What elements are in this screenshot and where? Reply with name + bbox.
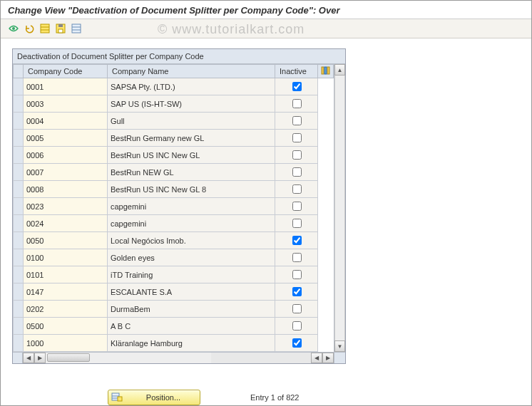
company-code-cell[interactable]: 0024 bbox=[24, 215, 108, 232]
inactive-checkbox[interactable] bbox=[292, 99, 302, 108]
company-code-cell[interactable]: 0100 bbox=[24, 249, 108, 266]
company-code-cell[interactable]: 0500 bbox=[24, 318, 108, 335]
position-button[interactable]: Position... bbox=[108, 390, 200, 405]
inactive-cell bbox=[275, 113, 318, 130]
table-row: 0008BestRun US INC New GL 8 bbox=[14, 181, 334, 198]
inactive-checkbox[interactable] bbox=[292, 167, 302, 177]
table-row: 0050Local Negócios Imob. bbox=[14, 232, 334, 249]
hscroll-corner bbox=[334, 353, 345, 363]
position-icon bbox=[111, 392, 123, 403]
inactive-checkbox[interactable] bbox=[292, 321, 302, 330]
inactive-cell bbox=[275, 283, 318, 301]
table-row: 0006BestRun US INC New GL bbox=[14, 147, 334, 164]
company-name-cell: iTD Training bbox=[108, 266, 275, 283]
column-inactive[interactable]: Inactive bbox=[275, 65, 318, 78]
company-code-cell[interactable]: 0006 bbox=[24, 147, 108, 164]
company-code-cell[interactable]: 0202 bbox=[24, 301, 108, 318]
company-code-cell[interactable]: 0008 bbox=[24, 181, 108, 198]
inactive-checkbox[interactable] bbox=[292, 116, 302, 125]
row-selector-header[interactable] bbox=[14, 65, 24, 78]
table-row: 0101iTD Training bbox=[14, 266, 334, 283]
company-code-cell[interactable]: 0001 bbox=[24, 78, 108, 95]
scroll-left2-icon[interactable]: ◀ bbox=[311, 353, 322, 363]
inactive-checkbox[interactable] bbox=[292, 82, 302, 91]
hscroll-track-1[interactable] bbox=[46, 353, 211, 363]
deselect-all-icon[interactable] bbox=[69, 22, 83, 35]
configure-columns-icon[interactable] bbox=[318, 65, 334, 78]
inactive-cell bbox=[275, 266, 318, 283]
row-selector[interactable] bbox=[14, 147, 24, 164]
company-code-cell[interactable]: 0050 bbox=[24, 232, 108, 249]
scroll-track[interactable] bbox=[334, 76, 345, 340]
inactive-checkbox[interactable] bbox=[292, 338, 302, 348]
company-name-cell: Local Negócios Imob. bbox=[108, 232, 275, 249]
row-selector[interactable] bbox=[14, 215, 24, 232]
hscroll-gap bbox=[211, 353, 311, 363]
vertical-scrollbar[interactable]: ▲ ▼ bbox=[334, 64, 345, 352]
inactive-checkbox[interactable] bbox=[292, 133, 302, 142]
select-all-icon[interactable] bbox=[38, 22, 52, 35]
company-code-panel: Deactivation of Document Splitter per Co… bbox=[12, 48, 346, 364]
inactive-checkbox[interactable] bbox=[292, 219, 302, 228]
row-selector[interactable] bbox=[14, 283, 24, 301]
column-company-name[interactable]: Company Name bbox=[108, 65, 275, 78]
row-selector[interactable] bbox=[14, 198, 24, 215]
scroll-right-icon[interactable]: ▶ bbox=[34, 353, 46, 363]
row-selector[interactable] bbox=[14, 266, 24, 283]
company-name-cell: A B C bbox=[108, 318, 275, 335]
inactive-checkbox[interactable] bbox=[292, 236, 302, 245]
scroll-left-icon[interactable]: ◀ bbox=[23, 353, 34, 363]
inactive-checkbox[interactable] bbox=[292, 304, 302, 313]
company-code-cell[interactable]: 0007 bbox=[24, 164, 108, 181]
company-name-cell: BestRun NEW GL bbox=[108, 164, 275, 181]
other-view-icon[interactable] bbox=[6, 22, 21, 35]
hscroll-spacer bbox=[13, 353, 23, 363]
company-code-cell[interactable]: 0004 bbox=[24, 113, 108, 130]
svg-rect-5 bbox=[58, 29, 63, 33]
table-row: 0100Golden eyes bbox=[14, 249, 334, 266]
svg-rect-10 bbox=[322, 67, 324, 74]
row-selector[interactable] bbox=[14, 113, 24, 130]
inactive-checkbox[interactable] bbox=[292, 184, 302, 194]
company-code-cell[interactable]: 0005 bbox=[24, 130, 108, 147]
horizontal-scrollbar[interactable]: ◀ ▶ ◀ ▶ bbox=[13, 352, 345, 363]
inactive-cell bbox=[275, 249, 318, 266]
row-selector[interactable] bbox=[14, 318, 24, 335]
row-selector[interactable] bbox=[14, 164, 24, 181]
scroll-down-icon[interactable]: ▼ bbox=[334, 340, 345, 352]
table-row: 0147ESCALANTE S.A bbox=[14, 283, 334, 301]
inactive-checkbox[interactable] bbox=[292, 270, 302, 279]
undo-icon[interactable] bbox=[22, 22, 36, 35]
row-selector[interactable] bbox=[14, 232, 24, 249]
table-row: 0004Gull bbox=[14, 113, 334, 130]
inactive-cell bbox=[275, 318, 318, 335]
company-code-cell[interactable]: 0003 bbox=[24, 95, 108, 113]
row-selector[interactable] bbox=[14, 78, 24, 95]
company-code-cell[interactable]: 0147 bbox=[24, 283, 108, 301]
inactive-checkbox[interactable] bbox=[292, 202, 302, 211]
save-icon[interactable] bbox=[53, 22, 68, 35]
inactive-cell bbox=[275, 335, 318, 352]
row-selector[interactable] bbox=[14, 249, 24, 266]
column-company-code[interactable]: Company Code bbox=[24, 65, 108, 78]
position-label: Position... bbox=[128, 393, 198, 402]
inactive-checkbox[interactable] bbox=[292, 150, 302, 160]
inactive-checkbox[interactable] bbox=[292, 253, 302, 262]
company-code-cell[interactable]: 0023 bbox=[24, 198, 108, 215]
scroll-right2-icon[interactable]: ▶ bbox=[322, 353, 334, 363]
hscroll-thumb[interactable] bbox=[47, 353, 90, 362]
inactive-checkbox[interactable] bbox=[292, 287, 302, 296]
inactive-cell bbox=[275, 232, 318, 249]
row-selector[interactable] bbox=[14, 335, 24, 352]
company-name-cell: Kläranlage Hamburg bbox=[108, 335, 275, 352]
scroll-up-icon[interactable]: ▲ bbox=[334, 64, 345, 76]
company-code-cell[interactable]: 0101 bbox=[24, 266, 108, 283]
row-selector[interactable] bbox=[14, 301, 24, 318]
company-code-cell[interactable]: 1000 bbox=[24, 335, 108, 352]
row-selector[interactable] bbox=[14, 95, 24, 113]
row-selector[interactable] bbox=[14, 130, 24, 147]
row-selector[interactable] bbox=[14, 181, 24, 198]
table-row: 0023capgemini bbox=[14, 198, 334, 215]
page-title: Change View "Deactivation of Document Sp… bbox=[1, 1, 531, 19]
table-row: 0001SAPSA Pty. (LTD.) bbox=[14, 78, 334, 95]
